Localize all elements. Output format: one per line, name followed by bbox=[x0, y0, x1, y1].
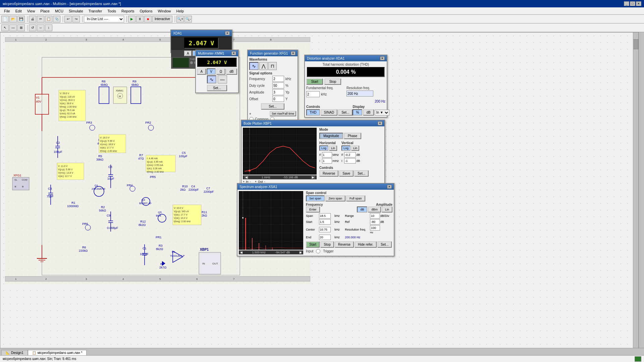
distortion-close[interactable]: ✕ bbox=[380, 56, 385, 60]
bode-save-btn[interactable]: Save bbox=[339, 170, 354, 177]
in-use-list[interactable]: In-Use List ---- bbox=[84, 16, 124, 22]
bode-next-btn[interactable]: ▶ bbox=[311, 176, 315, 179]
spectrum-stop-btn[interactable]: Stop bbox=[320, 241, 334, 248]
spectrum-res-input[interactable] bbox=[370, 225, 380, 231]
spectrum-input-radio[interactable] bbox=[316, 249, 320, 253]
xda1-radio1[interactable] bbox=[190, 61, 193, 64]
menu-window[interactable]: Window bbox=[155, 8, 173, 14]
spectrum-span-input[interactable] bbox=[319, 213, 331, 219]
fg-wave-sine[interactable]: ∿ bbox=[249, 62, 259, 70]
menu-help[interactable]: Help bbox=[174, 8, 187, 14]
bode-log-h-btn[interactable]: Log bbox=[319, 145, 328, 151]
maximize-btn[interactable]: □ bbox=[630, 1, 635, 6]
fg-wave-tri[interactable]: ⋀ bbox=[259, 62, 268, 70]
spectrum-center-input[interactable] bbox=[319, 227, 331, 232]
spectrum-enter-btn[interactable]: Enter bbox=[306, 206, 320, 213]
bode-prev-btn[interactable]: ◀ bbox=[244, 176, 249, 179]
distortion-fund-input[interactable] bbox=[306, 91, 320, 97]
menu-tools[interactable]: Tools bbox=[105, 8, 119, 14]
menu-view[interactable]: View bbox=[24, 8, 38, 14]
zoom-out[interactable]: 🔍- bbox=[184, 16, 192, 22]
spectrum-db-btn[interactable]: dB bbox=[357, 206, 367, 213]
schematic-scrollbar-v[interactable] bbox=[633, 33, 638, 359]
window-controls[interactable]: _ □ ✕ bbox=[624, 1, 641, 6]
menu-reports[interactable]: Reports bbox=[119, 8, 137, 14]
spectrum-range-input[interactable] bbox=[370, 213, 380, 219]
funcgen-set-btn[interactable]: Set... bbox=[261, 103, 284, 110]
copy-btn[interactable]: 📋 bbox=[45, 16, 52, 22]
spectrum-titlebar[interactable]: Spectrum analyzer-XSA1 ✕ bbox=[237, 184, 394, 190]
spectrum-start-input[interactable] bbox=[319, 219, 331, 225]
funcgen-amp-input[interactable] bbox=[272, 89, 284, 95]
minimize-btn[interactable]: _ bbox=[624, 1, 629, 6]
spectrum-hide-refer-btn[interactable]: Hide refer. bbox=[355, 241, 377, 248]
zoom-in[interactable]: 🔍+ bbox=[176, 16, 184, 22]
distortion-stop-btn[interactable]: Stop bbox=[324, 78, 341, 85]
bode-reverse-btn[interactable]: Reverse bbox=[319, 170, 338, 177]
distortion-in-select[interactable]: In ▼ bbox=[375, 110, 389, 116]
bode-phase-btn[interactable]: Phase bbox=[344, 133, 361, 139]
distortion-res-input[interactable] bbox=[346, 90, 373, 97]
multimeter-close[interactable]: ✕ bbox=[231, 51, 236, 55]
bode-lin-h-btn[interactable]: Lin bbox=[329, 145, 337, 151]
stop-btn2[interactable]: ■ bbox=[144, 16, 152, 22]
rotate-btn[interactable]: ↺ bbox=[29, 24, 36, 31]
print-btn[interactable]: 🖨 bbox=[29, 16, 36, 22]
spectrum-next-btn[interactable]: ▶ bbox=[300, 251, 302, 254]
menu-file[interactable]: File bbox=[1, 8, 13, 14]
mm-set-btn[interactable]: Set... bbox=[207, 85, 227, 91]
mm-btn-db[interactable]: dB bbox=[226, 68, 237, 75]
funcgen-freq-input[interactable] bbox=[272, 76, 284, 82]
distortion-titlebar[interactable]: Distortion analyzer-XDA1 ✕ bbox=[305, 55, 387, 61]
flip-h-btn[interactable]: ↔ bbox=[37, 24, 44, 31]
spectrum-setspan-btn[interactable]: Set span bbox=[306, 195, 325, 201]
distortion-thd-btn[interactable]: THD bbox=[306, 109, 320, 116]
spectrum-start-btn[interactable]: Start bbox=[306, 241, 320, 248]
menu-options[interactable]: Options bbox=[137, 8, 155, 14]
bode-log-v-btn[interactable]: Log bbox=[341, 145, 351, 151]
bode-lin-v-btn[interactable]: Lin bbox=[351, 145, 359, 151]
spectrum-lin-btn[interactable]: Lin bbox=[382, 206, 392, 213]
pause-btn[interactable]: ⏸ bbox=[136, 16, 144, 22]
spectrum-dbm-btn[interactable]: dBm bbox=[368, 206, 381, 213]
save-btn[interactable]: 💾 bbox=[17, 16, 25, 22]
menu-mcu[interactable]: MCU bbox=[52, 8, 66, 14]
open-btn[interactable]: 📂 bbox=[9, 16, 17, 22]
spectrum-end-input[interactable] bbox=[319, 235, 331, 240]
bode-titlebar[interactable]: Bode Plotter-XBP1 ✕ bbox=[241, 120, 384, 126]
scroll-thumb-v[interactable] bbox=[634, 39, 638, 49]
menu-place[interactable]: Place bbox=[38, 8, 52, 14]
bode-v-i-input[interactable] bbox=[344, 158, 356, 164]
redo-btn[interactable]: ↪ bbox=[72, 16, 80, 22]
bode-v-f-input[interactable] bbox=[344, 152, 356, 158]
funcgen-close[interactable]: ✕ bbox=[291, 51, 296, 55]
xda1-btn-a[interactable]: A bbox=[184, 51, 192, 56]
distortion-db-btn[interactable]: dB bbox=[363, 109, 374, 116]
mm-btn-v[interactable]: V bbox=[207, 68, 216, 75]
spectrum-reverse-btn[interactable]: Reverse bbox=[335, 241, 354, 248]
funcgen-offset-input[interactable] bbox=[272, 96, 284, 102]
funcgen-titlebar[interactable]: Function generator-XFG1 ✕ bbox=[248, 50, 298, 56]
menu-edit[interactable]: Edit bbox=[13, 8, 24, 14]
spectrum-ref-input[interactable] bbox=[370, 219, 380, 225]
distortion-set-btn[interactable]: Set... bbox=[338, 109, 353, 116]
tab-design1[interactable]: 📐 Design1 bbox=[1, 350, 28, 355]
menu-simulate[interactable]: Simulate bbox=[66, 8, 86, 14]
bode-set-btn[interactable]: Set... bbox=[354, 170, 369, 177]
mm-btn-a[interactable]: A bbox=[197, 68, 206, 75]
xda1-titlebar[interactable]: XDA1 ✕ bbox=[171, 30, 232, 36]
spectrum-fullspan-btn[interactable]: Full span bbox=[346, 195, 365, 201]
distortion-start-btn[interactable]: Start bbox=[306, 78, 323, 85]
cut-btn[interactable]: ✂ bbox=[37, 16, 44, 22]
paste-btn[interactable]: 📎 bbox=[53, 16, 60, 22]
new-btn[interactable]: 📄 bbox=[1, 16, 9, 22]
bode-h-i-input[interactable] bbox=[322, 158, 332, 164]
spectrum-close[interactable]: ✕ bbox=[387, 185, 392, 189]
spectrum-prev-btn[interactable]: ◀ bbox=[240, 251, 243, 254]
undo-btn[interactable]: ↩ bbox=[64, 16, 72, 22]
spectrum-set-btn[interactable]: Set... bbox=[377, 241, 392, 248]
tab-schematic[interactable]: 📋 мicpeoбpimpedans шип.лан * bbox=[28, 350, 87, 355]
bode-magnitude-btn[interactable]: Magnitude bbox=[319, 133, 343, 139]
flip-v-btn[interactable]: ↕ bbox=[45, 24, 52, 31]
close-btn[interactable]: ✕ bbox=[636, 1, 641, 6]
